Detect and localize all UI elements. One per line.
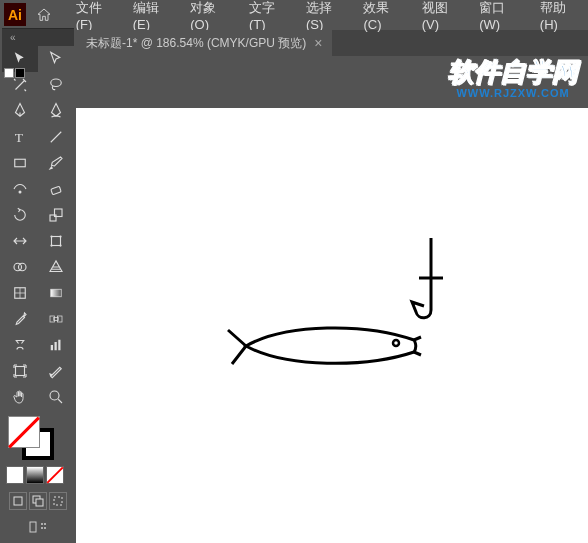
- svg-rect-22: [51, 345, 53, 350]
- edit-toolbar-icon[interactable]: [28, 520, 48, 534]
- blend-tool[interactable]: [38, 306, 74, 332]
- svg-rect-3: [15, 159, 26, 167]
- lasso-tool[interactable]: [38, 72, 74, 98]
- curvature-tool[interactable]: [38, 98, 74, 124]
- zoom-tool[interactable]: [38, 384, 74, 410]
- pen-tool[interactable]: [2, 98, 38, 124]
- type-tool[interactable]: T: [2, 124, 38, 150]
- canvas[interactable]: [76, 108, 588, 543]
- tool-grid: T: [2, 46, 74, 410]
- svg-rect-5: [51, 186, 62, 195]
- gradient-tool[interactable]: [38, 280, 74, 306]
- line-tool[interactable]: [38, 124, 74, 150]
- svg-point-26: [50, 391, 59, 400]
- svg-rect-23: [55, 342, 57, 350]
- perspective-tool[interactable]: [38, 254, 74, 280]
- svg-point-33: [41, 523, 43, 525]
- slice-tool[interactable]: [38, 358, 74, 384]
- width-tool[interactable]: [2, 228, 38, 254]
- svg-line-27: [58, 399, 62, 403]
- default-colors[interactable]: [4, 68, 25, 78]
- svg-rect-30: [36, 499, 43, 506]
- paintbrush-tool[interactable]: [38, 150, 74, 176]
- hand-tool[interactable]: [2, 384, 38, 410]
- svg-point-11: [50, 244, 52, 246]
- control-strip: «: [2, 28, 74, 46]
- mesh-tool[interactable]: [2, 280, 38, 306]
- watermark: 软件自学网 WWW.RJZXW.COM: [448, 55, 578, 99]
- app-icon-text: Ai: [8, 7, 22, 23]
- svg-point-34: [44, 523, 46, 525]
- eyedropper-tool[interactable]: [2, 306, 38, 332]
- default-stroke-icon[interactable]: [15, 68, 25, 78]
- svg-rect-31: [54, 497, 62, 505]
- draw-inside-icon[interactable]: [49, 492, 67, 510]
- svg-text:T: T: [15, 130, 24, 145]
- fill-stroke-indicator[interactable]: [2, 410, 74, 462]
- svg-rect-8: [52, 237, 61, 246]
- svg-point-10: [59, 235, 61, 237]
- draw-normal-icon[interactable]: [9, 492, 27, 510]
- svg-point-0: [51, 79, 62, 87]
- shape-builder-tool[interactable]: [2, 254, 38, 280]
- menu-help[interactable]: 帮助(H): [530, 0, 588, 36]
- svg-rect-28: [14, 497, 22, 505]
- svg-point-36: [44, 527, 46, 529]
- shaper-tool[interactable]: [2, 176, 38, 202]
- svg-point-4: [19, 191, 22, 194]
- draw-behind-icon[interactable]: [29, 492, 47, 510]
- tab-title: 未标题-1* @ 186.54% (CMYK/GPU 预览): [86, 35, 306, 52]
- top-menu-bar: Ai 文件(F) 编辑(E) 对象(O) 文字(T) 选择(S) 效果(C) 视…: [0, 0, 588, 30]
- svg-line-2: [51, 132, 62, 143]
- watermark-sub: WWW.RJZXW.COM: [448, 87, 578, 99]
- svg-point-9: [50, 235, 52, 237]
- svg-rect-24: [58, 340, 60, 351]
- svg-point-14: [19, 263, 27, 271]
- toolbox-footer[interactable]: [2, 514, 74, 540]
- menu-window[interactable]: 窗口(W): [469, 0, 530, 36]
- svg-rect-6: [50, 215, 56, 221]
- svg-point-37: [393, 340, 399, 346]
- eraser-tool[interactable]: [38, 176, 74, 202]
- default-fill-icon[interactable]: [4, 68, 14, 78]
- color-mode-none[interactable]: [46, 466, 64, 484]
- artboard-tool[interactable]: [2, 358, 38, 384]
- document-tab[interactable]: 未标题-1* @ 186.54% (CMYK/GPU 预览) ×: [76, 30, 332, 56]
- watermark-main: 软件自学网: [448, 55, 578, 90]
- rectangle-tool[interactable]: [2, 150, 38, 176]
- color-mode-gradient[interactable]: [26, 466, 44, 484]
- color-mode-solid[interactable]: [6, 466, 24, 484]
- svg-rect-32: [30, 522, 36, 532]
- rotate-tool[interactable]: [2, 202, 38, 228]
- svg-rect-18: [51, 289, 62, 297]
- scale-tool[interactable]: [38, 202, 74, 228]
- collapse-chevron-icon[interactable]: «: [10, 32, 16, 43]
- symbol-sprayer-tool[interactable]: [2, 332, 38, 358]
- svg-point-35: [41, 527, 43, 529]
- color-mode-row: [2, 462, 74, 488]
- svg-rect-25: [16, 367, 25, 376]
- artwork-fish-hook: [226, 238, 456, 378]
- menu-view[interactable]: 视图(V): [412, 0, 470, 36]
- svg-point-12: [59, 244, 61, 246]
- direct-selection-tool[interactable]: [38, 46, 74, 72]
- tab-close-icon[interactable]: ×: [314, 35, 322, 51]
- home-icon[interactable]: [34, 4, 54, 26]
- free-transform-tool[interactable]: [38, 228, 74, 254]
- fill-color-box[interactable]: [8, 416, 40, 448]
- column-graph-tool[interactable]: [38, 332, 74, 358]
- toolbox: « T: [0, 26, 76, 536]
- draw-modes: [2, 488, 74, 514]
- menu-effect[interactable]: 效果(C): [353, 0, 411, 36]
- app-icon: Ai: [4, 3, 26, 27]
